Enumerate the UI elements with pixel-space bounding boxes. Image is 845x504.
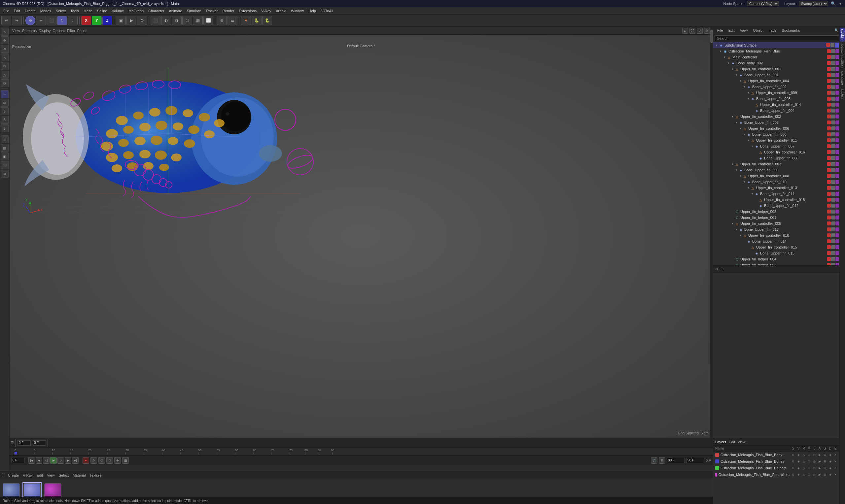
- tree-item-bone-body[interactable]: ▼ ◈ Bone_body_002: [713, 60, 845, 66]
- layer-icon-v-ctrl[interactable]: ◈: [796, 472, 801, 477]
- tree-btn-lock-d21[interactable]: [831, 192, 835, 196]
- tool-cube[interactable]: ⬛: [1, 161, 8, 169]
- tree-item-5[interactable]: ▼ ◈ Bone_Upper_fin_003: [713, 96, 845, 102]
- tree-btn-vis-d3[interactable]: [827, 85, 831, 89]
- tree-btn-vis-d0[interactable]: [827, 67, 831, 71]
- tree-item-fish[interactable]: ▼ ◉ Ostracion_Meleagris_Fish_Blue: [713, 48, 845, 54]
- x-axis-button[interactable]: X: [81, 16, 91, 25]
- tl-fps-input[interactable]: [686, 458, 704, 463]
- tree-btn-vis-d18[interactable]: [827, 174, 831, 178]
- mat-tab-material[interactable]: Material: [71, 473, 87, 477]
- tool-5[interactable]: □: [1, 62, 8, 70]
- layer-icon-m-body[interactable]: □: [807, 452, 811, 457]
- tree-btn-vis-d14[interactable]: [827, 150, 831, 154]
- tree-arrow-d14[interactable]: [754, 150, 758, 154]
- tree-btn-tag-0[interactable]: [835, 43, 839, 48]
- tree-arrow-d30[interactable]: [746, 245, 750, 249]
- menu-tools[interactable]: Tools: [68, 8, 81, 14]
- tree-btn-lock-d20[interactable]: [831, 186, 835, 190]
- layer-icon-s-body[interactable]: ⊙: [791, 452, 795, 457]
- tool-s2[interactable]: S: [1, 116, 8, 124]
- tree-arrow-d22[interactable]: [754, 198, 758, 202]
- tree-item-13[interactable]: ▼ ◈ Bone_Upper_fin_007: [713, 143, 845, 149]
- layer-icon-r-ctrl[interactable]: △: [802, 472, 806, 477]
- prev-key-button[interactable]: ◁: [43, 457, 50, 464]
- layer-row-helpers[interactable]: Ostracion_Meleagris_Fish_Blue_Helpers ⊙ …: [713, 465, 845, 471]
- tool-select[interactable]: ↖: [1, 28, 8, 36]
- layer-icon-a-helpers[interactable]: ▶: [817, 466, 822, 470]
- tool-grid[interactable]: ▦: [1, 144, 8, 152]
- tree-btn-lock-d32[interactable]: [831, 257, 835, 261]
- tree-btn-lock-d25[interactable]: [831, 216, 835, 219]
- render-settings-button[interactable]: ⚙: [137, 16, 147, 25]
- display-mode-4[interactable]: ⬡: [182, 16, 192, 25]
- tree-arrow-d11[interactable]: ▼: [742, 132, 746, 136]
- layer-icon-a-body[interactable]: ▶: [817, 452, 822, 457]
- playback-mode-5[interactable]: ▦: [122, 457, 129, 464]
- tree-arrow-d5[interactable]: ▼: [746, 97, 750, 101]
- tree-arrow-d26[interactable]: ▼: [730, 221, 734, 226]
- attr-menu-icon[interactable]: ☰: [721, 267, 724, 271]
- special-button-1[interactable]: 🐍: [252, 16, 262, 25]
- tree-btn-vis-d2[interactable]: [827, 79, 831, 83]
- tree-item-30[interactable]: △ Upper_fin_controller_015: [713, 244, 845, 250]
- tree-btn-lock-0[interactable]: [830, 43, 834, 47]
- playback-mode-2[interactable]: ⬡: [99, 457, 105, 464]
- tree-btn-vis-d17[interactable]: [827, 168, 831, 172]
- tree-item-28[interactable]: ▼ △ Upper_fin_controller_010: [713, 232, 845, 238]
- snap-button[interactable]: ⊕: [217, 16, 227, 25]
- menu-create[interactable]: Create: [23, 8, 38, 14]
- vray-button[interactable]: V: [241, 16, 251, 25]
- tool-rotate[interactable]: ↻: [1, 45, 8, 53]
- tree-item-31[interactable]: ◈ Bone_Upper_fin_015: [713, 250, 845, 256]
- tool-add[interactable]: ⊕: [1, 170, 8, 178]
- rp-tab-object[interactable]: Object: [752, 29, 765, 32]
- tree-btn-lock-d15[interactable]: [831, 156, 835, 160]
- tree-item-subdivision[interactable]: ▼ ◈ Subdivision Surface: [713, 42, 845, 48]
- tree-item-11[interactable]: ▼ ◈ Bone_Upper_fin_006: [713, 131, 845, 137]
- layer-icon-e-body[interactable]: ✕: [833, 452, 838, 457]
- tree-btn-vis-1[interactable]: [827, 49, 831, 53]
- go-start-button[interactable]: |◀: [29, 457, 35, 464]
- play-button[interactable]: ▶: [50, 457, 57, 464]
- tl-extra-1[interactable]: 🎵: [651, 457, 657, 464]
- mat-tab-create[interactable]: Create: [6, 473, 20, 477]
- tree-btn-lock-d11[interactable]: [831, 132, 835, 136]
- tree-btn-lock-d3[interactable]: [831, 85, 835, 89]
- redo-button[interactable]: ↪: [12, 16, 22, 25]
- tree-arrow-d21[interactable]: ▼: [750, 192, 754, 196]
- layers-tab-layers[interactable]: Layers: [715, 440, 726, 444]
- tree-arrow-d29[interactable]: [742, 239, 746, 243]
- layer-row-controllers[interactable]: Ostracion_Meleagris_Fish_Blue_Controller…: [713, 471, 845, 478]
- tree-btn-lock-d27[interactable]: [831, 228, 835, 231]
- tree-btn-vis-d15[interactable]: [827, 156, 831, 160]
- tree-item-12[interactable]: ▼ △ Upper_fin_controller_011: [713, 137, 845, 143]
- layer-icon-l-ctrl[interactable]: ◷: [812, 472, 816, 477]
- tool-s3[interactable]: S: [1, 124, 8, 132]
- tree-btn-vis-d24[interactable]: [827, 210, 831, 214]
- layers-tab-edit[interactable]: Edit: [729, 440, 735, 444]
- menu-spline[interactable]: Spline: [95, 8, 109, 14]
- layer-icon-e-bones[interactable]: ✕: [833, 459, 838, 464]
- tree-btn-lock-d28[interactable]: [831, 233, 835, 237]
- rp-tab-view[interactable]: View: [739, 29, 749, 32]
- playback-mode-3[interactable]: □: [106, 457, 113, 464]
- tree-btn-vis-3[interactable]: [827, 61, 831, 65]
- tree-arrow-d23[interactable]: [754, 204, 758, 208]
- next-key-button[interactable]: ▷: [57, 457, 64, 464]
- menu-tracker[interactable]: Tracker: [204, 8, 220, 14]
- menu-modes[interactable]: Modes: [38, 8, 53, 14]
- mat-tab-select[interactable]: Select: [57, 473, 70, 477]
- tree-btn-lock-d5[interactable]: [831, 97, 835, 101]
- layer-row-body[interactable]: Ostracion_Meleagris_Fish_Blue_Body ⊙ ◈ △…: [713, 451, 845, 458]
- tree-btn-vis-d32[interactable]: [827, 257, 831, 261]
- rp-tab-edit[interactable]: Edit: [727, 29, 736, 32]
- layer-icon-v-body[interactable]: ◈: [796, 452, 801, 457]
- tree-btn-lock-d30[interactable]: [831, 245, 835, 249]
- special-button-2[interactable]: 🐍: [262, 16, 272, 25]
- z-axis-button[interactable]: Z: [102, 16, 112, 25]
- tree-item-0[interactable]: ▼ △ Upper_fin_controller_001: [713, 66, 845, 72]
- tree-arrow-d15[interactable]: [754, 156, 758, 160]
- tree-arrow-d17[interactable]: ▼: [734, 168, 738, 172]
- layers-tab-view[interactable]: View: [738, 440, 745, 444]
